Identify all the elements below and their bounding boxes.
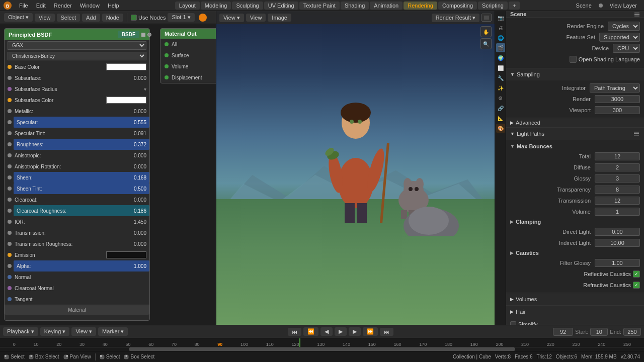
filter-glossy-input[interactable]: [595, 259, 640, 267]
compositing-tab[interactable]: Compositing: [438, 2, 477, 10]
prev-keyframe-btn[interactable]: ⏪: [303, 327, 318, 336]
reflective-caustics-checkbox[interactable]: ✓: [633, 270, 640, 278]
timeline-scrollbar[interactable]: [0, 347, 644, 351]
view-layer-properties-icon[interactable]: 🌐: [496, 33, 505, 42]
simplify-checkbox[interactable]: [510, 321, 516, 325]
constraints-icon[interactable]: 🔗: [496, 104, 505, 113]
refractive-caustics-checkbox[interactable]: ✓: [633, 282, 640, 289]
slot-dropdown[interactable]: Slot 1 ▾: [168, 13, 194, 22]
integrator-select[interactable]: Path Tracing: [590, 83, 640, 93]
subsurface-method-select[interactable]: Christensen-Burley: [8, 52, 146, 60]
scene-properties-icon[interactable]: 🎬: [496, 43, 505, 52]
shader-add-btn[interactable]: Add: [82, 14, 100, 22]
hair-header[interactable]: ▶ Hair: [506, 306, 644, 318]
menu-help[interactable]: Help: [104, 3, 123, 9]
viewport-view-btn[interactable]: View ▾: [219, 14, 244, 22]
principled-bsdf-node[interactable]: Principled BSDF BSDF GGX: [4, 28, 150, 321]
shading-tab[interactable]: Shading: [341, 2, 369, 10]
timeline-keying-dropdown[interactable]: Keying ▾: [40, 327, 70, 336]
rendering-tab[interactable]: Rendering: [404, 2, 437, 10]
output-properties-icon[interactable]: 🖨: [496, 23, 505, 32]
scripting-tab[interactable]: Scripting: [478, 2, 508, 10]
direct-light-input[interactable]: [595, 228, 640, 236]
shader-view-btn[interactable]: View: [35, 14, 55, 22]
modeling-tab[interactable]: Modeling: [201, 2, 231, 10]
render-result-btn[interactable]: Render Result ▾: [432, 14, 479, 22]
viewport-view2-btn[interactable]: View: [246, 14, 266, 22]
max-bounces-header[interactable]: ▼ Max Bounces: [510, 142, 640, 151]
world-properties-icon[interactable]: 🌍: [496, 53, 505, 62]
timeline-ruler[interactable]: 0 10 20 30 40 50 60 70 80 90 100 110 120…: [0, 338, 644, 347]
sheen-tint-row[interactable]: Sheen Tint: 0.500: [5, 183, 149, 194]
diffuse-input[interactable]: [595, 163, 640, 171]
add-workspace-btn[interactable]: +: [509, 2, 520, 10]
jump-start-btn[interactable]: ⏮: [288, 328, 301, 336]
step-back-btn[interactable]: ◀: [320, 327, 333, 336]
current-frame-display[interactable]: 92: [553, 328, 573, 336]
particles-icon[interactable]: ✨: [496, 83, 505, 93]
menu-render[interactable]: Render: [50, 3, 76, 9]
jump-end-btn[interactable]: ⏭: [380, 328, 393, 336]
shader-node-btn[interactable]: Node: [102, 14, 123, 22]
simplify-header[interactable]: Simplify: [506, 318, 644, 325]
total-input[interactable]: [595, 152, 640, 160]
viewport-samples-input[interactable]: [595, 106, 640, 114]
open-shading-checkbox[interactable]: [570, 56, 577, 63]
menu-file[interactable]: File: [15, 3, 32, 9]
volume-input[interactable]: [595, 208, 640, 216]
advanced-header[interactable]: ▶ Advanced: [506, 118, 644, 127]
subsurface-color-swatch[interactable]: [106, 97, 146, 104]
alpha-row[interactable]: Alpha: 1.000: [5, 260, 149, 272]
caustics-header[interactable]: ▶ Caustics: [510, 248, 640, 257]
render-properties-icon[interactable]: 📷: [496, 13, 505, 22]
timeline-marker-dropdown[interactable]: Marker ▾: [98, 327, 128, 336]
layout-tab[interactable]: Layout: [175, 2, 200, 10]
distribution-select[interactable]: GGX: [8, 41, 146, 50]
roughness-row[interactable]: Roughness: 0.372: [5, 139, 149, 150]
zoom-icon[interactable]: 🔍: [480, 38, 492, 49]
transparency-input[interactable]: [595, 186, 640, 194]
volumes-header[interactable]: ▶ Volumes: [506, 293, 644, 305]
light-paths-header[interactable]: ▼ Light Paths: [506, 128, 644, 140]
menu-window[interactable]: Window: [76, 3, 104, 9]
clamping-header[interactable]: ▶ Clamping: [510, 217, 640, 226]
shader-object-dropdown[interactable]: Object ▾: [4, 13, 33, 22]
use-nodes-checkbox[interactable]: [131, 15, 137, 21]
material-output-node[interactable]: Material Out All Surface Volume Displace…: [160, 28, 216, 83]
specular-row[interactable]: Specular: 0.555: [5, 117, 149, 128]
transmission-input[interactable]: [595, 197, 640, 205]
play-btn[interactable]: ▶: [335, 327, 347, 336]
material-properties-icon[interactable]: 🎨: [496, 124, 505, 133]
sampling-header[interactable]: ▼ Sampling: [506, 68, 644, 80]
object-properties-icon[interactable]: ⬜: [496, 63, 505, 72]
animation-tab[interactable]: Animation: [370, 2, 403, 10]
properties-menu-icon[interactable]: [634, 11, 640, 17]
physics-icon[interactable]: ⚙: [496, 94, 505, 103]
image-btn[interactable]: Image: [268, 14, 291, 22]
data-properties-icon[interactable]: 📐: [496, 114, 505, 123]
indirect-light-input[interactable]: [595, 239, 640, 247]
device-select[interactable]: CPU: [613, 44, 640, 53]
timeline-playback-dropdown[interactable]: Playback ▾: [3, 327, 38, 336]
glossy-input[interactable]: [595, 174, 640, 183]
step-forward-btn[interactable]: ▶: [349, 327, 361, 336]
sheen-row[interactable]: Sheen: 0.168: [5, 172, 149, 183]
feature-set-select[interactable]: Supported: [599, 33, 640, 42]
shader-select-btn[interactable]: Select: [57, 14, 80, 22]
scrollbar-thumb[interactable]: [129, 347, 515, 351]
texture-paint-tab[interactable]: Texture Paint: [299, 2, 340, 10]
light-paths-list-icon[interactable]: [633, 130, 640, 137]
start-frame-input[interactable]: 10: [590, 328, 608, 336]
end-frame-input[interactable]: 250: [623, 328, 641, 336]
next-keyframe-btn[interactable]: ⏩: [363, 327, 378, 336]
menu-edit[interactable]: Edit: [32, 3, 50, 9]
render-engine-select[interactable]: Cycles: [608, 22, 640, 31]
timeline-view-dropdown[interactable]: View ▾: [71, 327, 96, 336]
sculpting-tab[interactable]: Sculpting: [232, 2, 263, 10]
uv-editing-tab[interactable]: UV Editing: [264, 2, 298, 10]
clearcoat-roughness-row[interactable]: Clearcoat Roughness: 0.186: [5, 205, 149, 216]
pan-icon[interactable]: ✋: [480, 26, 492, 37]
modifier-properties-icon[interactable]: 🔧: [496, 73, 505, 82]
render-samples-input[interactable]: [595, 95, 640, 103]
base-color-swatch[interactable]: [106, 63, 146, 70]
